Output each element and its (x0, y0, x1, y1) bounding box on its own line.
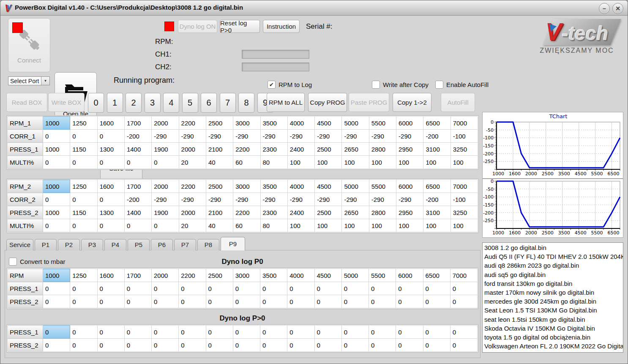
table-cell[interactable]: -290 (396, 193, 423, 206)
file-list-item[interactable]: Volkswagen Arteon FL 2.0 190KM 2022 Go D… (484, 342, 623, 350)
table-cell[interactable]: 0 (179, 326, 206, 339)
table-cell[interactable]: 1250 (70, 180, 97, 193)
table-cell[interactable]: 0 (341, 282, 369, 295)
table-cell[interactable]: 1300 (97, 143, 124, 156)
table-cell[interactable]: 40 (206, 156, 233, 169)
table-cell[interactable]: 2500 (315, 143, 342, 156)
rpm-to-log-checkbox[interactable]: ✔ RPM to Log (268, 81, 312, 89)
table-cell[interactable]: 0 (97, 130, 124, 143)
table-cell[interactable]: 2200 (233, 143, 260, 156)
tab-service[interactable]: Service (6, 239, 33, 250)
table-cell[interactable]: 0 (206, 326, 233, 339)
reset-log-button[interactable]: Reset log P>0 (220, 20, 260, 33)
digit-button-3[interactable]: 3 (145, 93, 161, 113)
table-cell[interactable]: 100 (342, 156, 369, 169)
table-cell[interactable]: 6500 (423, 117, 451, 130)
table-cell[interactable]: -200 (124, 130, 151, 143)
connect-button[interactable]: Connect (8, 18, 50, 72)
table-cell[interactable]: 2000 (152, 117, 179, 130)
table-cell[interactable]: 1250 (70, 117, 97, 130)
digit-button-6[interactable]: 6 (201, 93, 217, 113)
table-cell[interactable]: 3250 (451, 206, 478, 219)
table-cell[interactable]: 5500 (369, 117, 396, 130)
tab-p6[interactable]: P6 (151, 239, 173, 250)
tab-p8[interactable]: P8 (197, 239, 219, 250)
write-box-button[interactable]: Write BOX (48, 93, 85, 112)
table-cell[interactable]: 0 (43, 130, 70, 143)
table-cell[interactable]: 0 (314, 339, 341, 352)
table-cell[interactable]: 0 (260, 326, 287, 339)
table-cell[interactable]: 2950 (396, 206, 423, 219)
table-cell[interactable]: 0 (423, 282, 450, 295)
table-cell[interactable]: 0 (70, 326, 97, 339)
table-cell[interactable]: -290 (206, 130, 233, 143)
table-cell[interactable]: 2800 (369, 143, 396, 156)
table-cell[interactable]: 2500 (206, 269, 233, 282)
table-cell[interactable]: 100 (423, 156, 451, 169)
table-cell[interactable]: 3250 (451, 143, 478, 156)
table-cell[interactable]: -200 (423, 130, 451, 143)
table-cell[interactable]: 2800 (369, 206, 396, 219)
table-cell[interactable]: -290 (396, 130, 423, 143)
table-cell[interactable]: 6000 (396, 269, 423, 282)
table-cell[interactable]: 0 (396, 282, 423, 295)
table-cell[interactable]: 3000 (233, 117, 260, 130)
table-cell[interactable]: 2500 (315, 206, 342, 219)
table-cell[interactable]: 100 (451, 156, 478, 169)
file-list-item[interactable]: Seat Leon 1.5 TSI 130KM Go Digital.bin (484, 306, 623, 315)
table-cell[interactable]: 0 (341, 339, 369, 352)
table-cell[interactable]: 100 (342, 219, 369, 232)
table-cell[interactable]: 0 (70, 339, 97, 352)
table-cell[interactable]: 4000 (287, 180, 314, 193)
table-cell[interactable]: 1600 (97, 269, 124, 282)
table-cell[interactable]: -290 (369, 193, 396, 206)
table-cell[interactable]: 3100 (423, 143, 451, 156)
table-cell[interactable]: 0 (43, 295, 70, 308)
table-cell[interactable]: 0 (70, 295, 97, 308)
tab-p3[interactable]: P3 (81, 239, 103, 250)
table-cell[interactable]: 5000 (341, 269, 369, 282)
table-cell[interactable]: -290 (342, 130, 369, 143)
table-cell[interactable]: 2400 (287, 206, 314, 219)
table-cell[interactable]: 0 (97, 326, 124, 339)
table-cell[interactable]: 2100 (206, 143, 233, 156)
table-cell[interactable]: 5500 (369, 180, 396, 193)
table-cell[interactable]: -100 (451, 193, 478, 206)
select-port-dropdown[interactable]: Select Port ▼ (8, 76, 50, 85)
digit-button-4[interactable]: 4 (163, 93, 179, 113)
table-cell[interactable]: -290 (315, 193, 342, 206)
table-cell[interactable]: 100 (315, 156, 342, 169)
table-cell[interactable]: 0 (423, 326, 450, 339)
table-cell[interactable]: 5500 (369, 269, 396, 282)
table-cell[interactable]: 0 (97, 156, 124, 169)
table-cell[interactable]: 2950 (396, 143, 423, 156)
table-cell[interactable]: 0 (97, 282, 124, 295)
table-cell[interactable]: 0 (43, 282, 70, 295)
instruction-button[interactable]: Instruction (263, 20, 300, 33)
table-cell[interactable]: 0 (152, 219, 179, 232)
digit-button-7[interactable]: 7 (220, 93, 236, 113)
table-cell[interactable]: 100 (396, 156, 423, 169)
table-cell[interactable]: 80 (260, 219, 287, 232)
table-cell[interactable]: 0 (43, 339, 70, 352)
table-cell[interactable]: 100 (287, 156, 314, 169)
table-cell[interactable]: -290 (206, 193, 233, 206)
table-cell[interactable]: 0 (97, 219, 124, 232)
table-cell[interactable]: -290 (260, 193, 287, 206)
table-cell[interactable]: 2200 (179, 180, 206, 193)
digit-button-5[interactable]: 5 (182, 93, 198, 113)
copy-prog-button[interactable]: Copy PROG (308, 93, 347, 112)
table-cell[interactable]: 0 (179, 282, 206, 295)
table-cell[interactable]: 1900 (152, 143, 179, 156)
table-cell[interactable]: 1700 (124, 117, 151, 130)
table-cell[interactable]: 100 (451, 219, 478, 232)
table-cell[interactable]: 1700 (124, 269, 151, 282)
table-cell[interactable]: 0 (152, 339, 179, 352)
table-cell[interactable]: 1000 (43, 143, 70, 156)
dyno-log-on-button[interactable]: Dyno log ON (178, 20, 217, 33)
enable-autofill-checkbox[interactable]: Enable AutoFill (435, 81, 489, 89)
table-cell[interactable]: 0 (287, 282, 314, 295)
table-cell[interactable]: 1900 (152, 206, 179, 219)
table-cell[interactable]: 0 (124, 339, 151, 352)
table-cell[interactable]: 0 (43, 156, 70, 169)
